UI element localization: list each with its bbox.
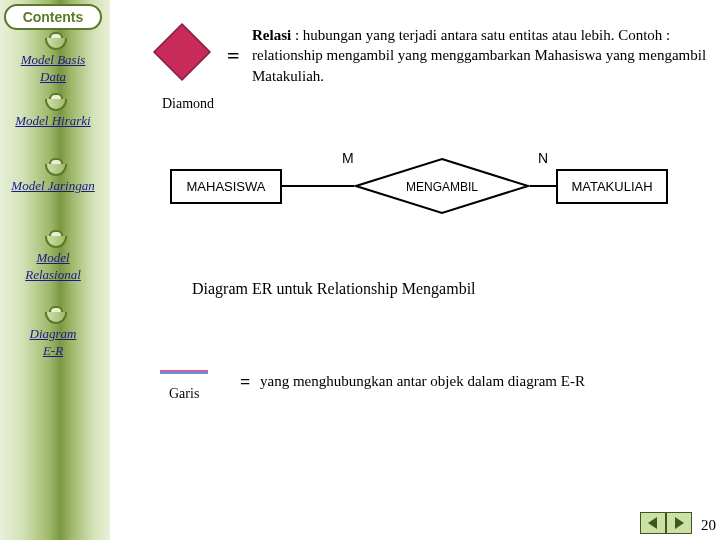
contents-button[interactable]: Contents [4,4,102,30]
next-button[interactable] [666,512,692,534]
triangle-left-icon [646,516,660,530]
nav-label: Diagram E-R [30,326,77,358]
prev-button[interactable] [640,512,666,534]
er-line [530,185,556,187]
relasi-bold: Relasi [252,27,291,43]
garis-definition: yang menghubungkan antar objek dalam dia… [260,373,585,390]
diamond-label: Diamond [162,96,214,112]
nav-label: Model Hirarki [15,113,90,128]
main-content: = Relasi : hubungan yang terjadi antara … [112,0,720,540]
contents-label: Contents [23,9,84,25]
svg-marker-0 [154,24,210,80]
diamond-icon [152,22,212,82]
clip-icon [44,34,68,52]
relasi-text: : hubungan yang terjadi antara satu enti… [252,27,706,84]
relation-diamond: MENGAMBIL [354,157,530,219]
er-diagram: M N MAHASISWA MENGAMBIL MATAKULIAH [170,155,650,235]
sidebar-item-diagram-er[interactable]: Diagram E-R [0,326,106,360]
clip-icon [44,308,68,326]
sidebar-item-model-hirarki[interactable]: Model Hirarki [0,113,106,130]
nav-label: Model Basis Data [21,52,86,84]
relation-label: MENGAMBIL [406,180,478,194]
er-line [282,185,354,187]
nav-label: Model Jaringan [11,178,94,193]
relasi-definition: Relasi : hubungan yang terjadi antara sa… [252,25,712,86]
figure-caption: Diagram ER untuk Relationship Mengambil [192,280,476,298]
nav-controls [640,512,692,534]
svg-marker-3 [675,517,684,529]
sidebar-item-model-jaringan[interactable]: Model Jaringan [0,178,106,195]
cardinality-n: N [538,150,548,166]
sidebar-item-model-relasional[interactable]: Model Relasional [0,250,106,284]
nav-label: Model Relasional [25,250,81,282]
cardinality-m: M [342,150,354,166]
sidebar-item-model-basis-data[interactable]: Model Basis Data [0,52,106,86]
entity-label: MATAKULIAH [571,179,652,194]
entity-label: MAHASISWA [187,179,266,194]
sidebar: Contents Model Basis Data Model Hirarki … [0,0,110,540]
line-icon [160,370,208,374]
clip-icon [44,95,68,113]
svg-marker-2 [648,517,657,529]
page-number: 20 [701,517,716,534]
garis-label: Garis [169,386,199,402]
triangle-right-icon [672,516,686,530]
equals-sign: = [240,372,250,393]
clip-icon [44,160,68,178]
entity-mahasiswa: MAHASISWA [170,169,282,204]
clip-icon [44,232,68,250]
entity-matakuliah: MATAKULIAH [556,169,668,204]
equals-sign: = [227,43,240,69]
